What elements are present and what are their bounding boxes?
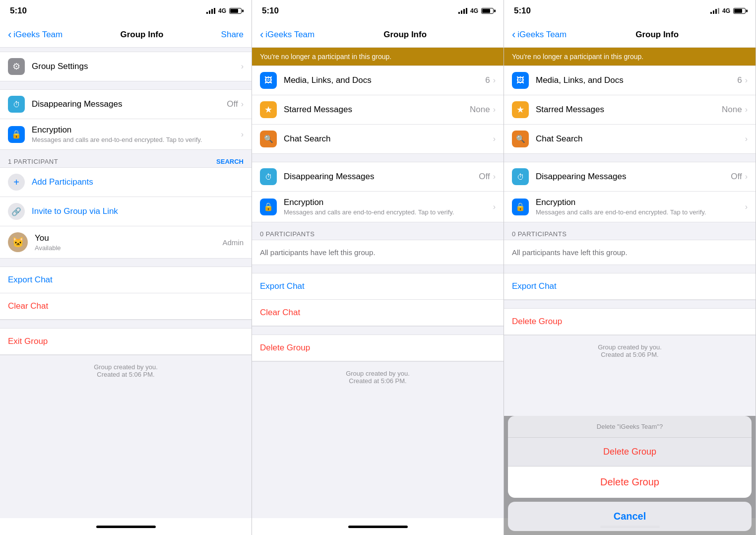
action-sheet-cancel-btn[interactable]: Cancel bbox=[508, 502, 752, 531]
nav-title-1: Group Info bbox=[120, 30, 163, 40]
footer-3: Group created by you.Created at 5:06 PM. bbox=[504, 339, 756, 362]
nav-back-2[interactable]: ‹ iGeeks Team bbox=[260, 29, 315, 40]
export-chat-btn-2[interactable]: Export Chat bbox=[252, 273, 504, 300]
star-icon-3: ★ bbox=[512, 101, 529, 118]
encryption-subtitle-2: Messages and calls are end-to-end encryp… bbox=[284, 208, 493, 216]
you-name: You bbox=[35, 233, 222, 243]
you-status: Available bbox=[35, 244, 222, 252]
participants-count-3: 0 PARTICIPANTS bbox=[512, 230, 567, 238]
home-bar-1 bbox=[96, 526, 156, 528]
status-icons-2: 4G bbox=[458, 7, 494, 14]
timer-icon-3: ⏱ bbox=[512, 168, 529, 185]
nav-bar-3: ‹ iGeeks Team Group Info bbox=[504, 22, 756, 48]
nav-back-label-1: iGeeks Team bbox=[13, 30, 63, 40]
lock-icon-3: 🔒 bbox=[512, 199, 529, 215]
delete-group-btn-2[interactable]: Delete Group bbox=[252, 335, 504, 361]
clear-chat-btn-2[interactable]: Clear Chat bbox=[252, 300, 504, 326]
action-sheet-overlay: Delete "iGeeks Team"? Delete Group Delet… bbox=[504, 416, 756, 535]
nav-bar-1: ‹ iGeeks Team Group Info Share bbox=[0, 22, 252, 48]
invite-link-item[interactable]: 🔗 Invite to Group via Link bbox=[0, 197, 252, 226]
action-sheet-delete-btn[interactable]: Delete Group bbox=[508, 438, 752, 467]
delete-group-btn-3[interactable]: Delete Group bbox=[504, 309, 756, 335]
starred-chevron-3: › bbox=[745, 105, 748, 114]
carrier-3: 4G bbox=[722, 7, 730, 14]
media-chevron-2: › bbox=[493, 76, 496, 85]
star-icon-2: ★ bbox=[260, 101, 277, 118]
status-bar-2: 5:10 4G bbox=[252, 0, 504, 22]
battery-icon-1 bbox=[229, 8, 242, 14]
encryption-title-3: Encryption bbox=[536, 198, 745, 207]
signal-icon-3 bbox=[710, 8, 719, 14]
action-sheet-delete-confirm-btn[interactable]: Delete Group bbox=[508, 467, 752, 498]
media-chevron-3: › bbox=[745, 76, 748, 85]
actions-section-3: Export Chat bbox=[504, 273, 756, 300]
chat-search-item-2[interactable]: 🔍 Chat Search › bbox=[252, 125, 504, 153]
add-participants-item[interactable]: + Add Participants bbox=[0, 168, 252, 197]
delete-group-section-3: Delete Group bbox=[504, 308, 756, 335]
chevron-icon-3: › bbox=[241, 130, 244, 139]
content-2: 🖼 Media, Links, and Docs 6 › ★ Starred M… bbox=[252, 66, 504, 518]
media-section-2: 🖼 Media, Links, and Docs 6 › ★ Starred M… bbox=[252, 66, 504, 154]
add-participants-label: Add Participants bbox=[32, 177, 93, 187]
disappearing-chevron-2: › bbox=[493, 172, 496, 181]
group-settings-item[interactable]: ⚙ Group Settings › bbox=[0, 52, 252, 81]
empty-participants-3: All participants have left this group. bbox=[504, 240, 756, 265]
chevron-icon-2: › bbox=[241, 100, 244, 109]
nav-back-3[interactable]: ‹ iGeeks Team bbox=[512, 29, 567, 40]
starred-messages-item-2[interactable]: ★ Starred Messages None › bbox=[252, 95, 504, 125]
disappearing-title-1: Disappearing Messages bbox=[32, 99, 122, 109]
action-sheet: Delete "iGeeks Team"? Delete Group Delet… bbox=[508, 416, 752, 498]
export-chat-btn-3[interactable]: Export Chat bbox=[504, 273, 756, 300]
photo-icon-3: 🖼 bbox=[512, 72, 529, 89]
actions-section-2: Export Chat Clear Chat bbox=[252, 273, 504, 327]
clear-chat-btn-1[interactable]: Clear Chat bbox=[0, 293, 252, 320]
media-links-docs-item-3[interactable]: 🖼 Media, Links, and Docs 6 › bbox=[504, 66, 756, 95]
nav-back-1[interactable]: ‹ iGeeks Team bbox=[8, 29, 63, 40]
carrier-1: 4G bbox=[218, 7, 226, 14]
home-indicator-1 bbox=[0, 518, 252, 535]
participants-header-2: 0 PARTICIPANTS bbox=[252, 226, 504, 240]
signal-icon-2 bbox=[458, 8, 467, 14]
you-participant-item[interactable]: 🐱 You Available Admin bbox=[0, 226, 252, 258]
chat-search-item-3[interactable]: 🔍 Chat Search › bbox=[504, 125, 756, 153]
chat-search-title-2: Chat Search bbox=[284, 134, 331, 143]
encryption-title-1: Encryption bbox=[32, 125, 71, 134]
group-settings-title: Group Settings bbox=[32, 62, 88, 71]
search-chevron-2: › bbox=[493, 134, 496, 143]
disappearing-messages-item-2[interactable]: ⏱ Disappearing Messages Off › bbox=[252, 162, 504, 192]
disappearing-messages-item-3[interactable]: ⏱ Disappearing Messages Off › bbox=[504, 162, 756, 192]
search-chevron-3: › bbox=[745, 134, 748, 143]
lock-icon-2: 🔒 bbox=[260, 199, 277, 215]
group-settings-section: ⚙ Group Settings › bbox=[0, 52, 252, 81]
disappearing-value-3: Off bbox=[731, 172, 742, 182]
nav-share-1[interactable]: Share bbox=[221, 30, 244, 40]
exit-group-btn[interactable]: Exit Group bbox=[0, 329, 252, 355]
participants-search-1[interactable]: SEARCH bbox=[216, 158, 244, 165]
encryption-item-3[interactable]: 🔒 Encryption Messages and calls are end-… bbox=[504, 192, 756, 222]
nav-back-label-2: iGeeks Team bbox=[265, 30, 315, 40]
encryption-subtitle-3: Messages and calls are end-to-end encryp… bbox=[536, 208, 745, 216]
starred-messages-item-3[interactable]: ★ Starred Messages None › bbox=[504, 95, 756, 125]
disappearing-value-2: Off bbox=[479, 172, 490, 182]
back-arrow-1: ‹ bbox=[8, 29, 11, 40]
export-chat-btn-1[interactable]: Export Chat bbox=[0, 267, 252, 293]
status-time-2: 5:10 bbox=[262, 6, 279, 16]
media-value-2: 6 bbox=[485, 75, 490, 85]
warning-banner-2: You're no longer a participant in this g… bbox=[252, 48, 504, 66]
status-bar-3: 5:10 4G bbox=[504, 0, 756, 22]
features-section-2: ⏱ Disappearing Messages Off › 🔒 Encrypti… bbox=[252, 162, 504, 222]
media-title-3: Media, Links, and Docs bbox=[536, 75, 624, 85]
chat-search-title-3: Chat Search bbox=[536, 134, 583, 143]
invite-link-label: Invite to Group via Link bbox=[32, 206, 118, 216]
encryption-item-2[interactable]: 🔒 Encryption Messages and calls are end-… bbox=[252, 192, 504, 222]
encryption-chevron-2: › bbox=[493, 202, 496, 211]
link-icon: 🔗 bbox=[8, 203, 25, 220]
participants-count-1: 1 PARTICIPANT bbox=[8, 158, 58, 165]
panel-3: 5:10 4G ‹ iGeeks Team Group Info You're … bbox=[504, 0, 756, 535]
disappearing-value-1: Off bbox=[227, 99, 238, 109]
actions-section-1: Export Chat Clear Chat bbox=[0, 267, 252, 320]
disappearing-messages-item-1[interactable]: ⏱ Disappearing Messages Off › bbox=[0, 90, 252, 119]
encryption-chevron-3: › bbox=[745, 202, 748, 211]
media-links-docs-item-2[interactable]: 🖼 Media, Links, and Docs 6 › bbox=[252, 66, 504, 95]
encryption-item-1[interactable]: 🔒 Encryption Messages and calls are end-… bbox=[0, 119, 252, 149]
